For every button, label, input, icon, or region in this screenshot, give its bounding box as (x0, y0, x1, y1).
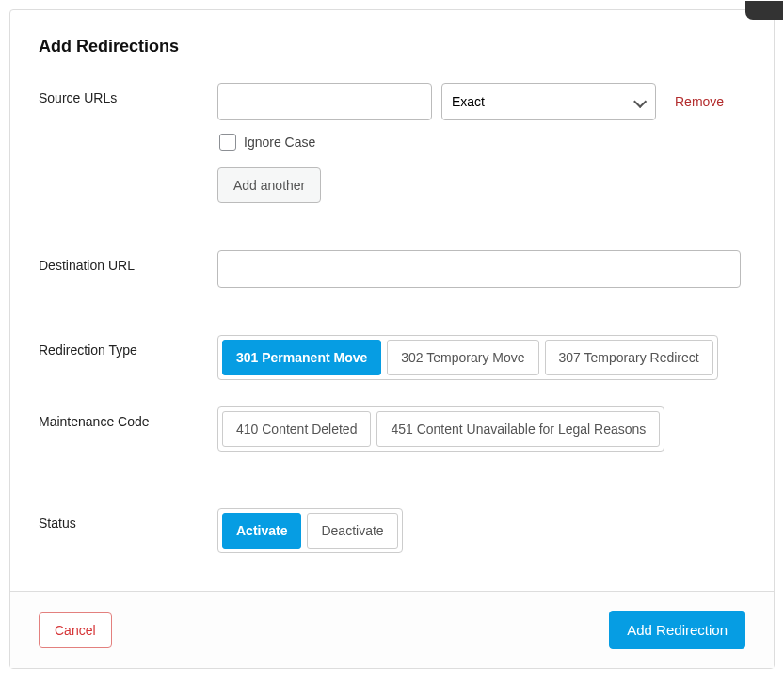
cancel-button[interactable]: Cancel (39, 612, 112, 648)
destination-url-row: Destination URL (39, 250, 745, 288)
redirection-type-controls: 301 Permanent Move 302 Temporary Move 30… (217, 335, 745, 380)
card-body: Add Redirections Source URLs Exact Remov… (10, 10, 774, 591)
maintenance-code-group: 410 Content Deleted 451 Content Unavaila… (217, 406, 664, 452)
ignore-case-label[interactable]: Ignore Case (244, 135, 315, 150)
activate-button[interactable]: Activate (222, 513, 301, 549)
card-footer: Cancel Add Redirection (10, 591, 774, 668)
source-url-line: Exact Remove (217, 83, 745, 120)
code-451-button[interactable]: 451 Content Unavailable for Legal Reason… (376, 411, 660, 447)
ignore-case-row: Ignore Case (217, 134, 745, 151)
redirect-307-button[interactable]: 307 Temporary Redirect (545, 340, 713, 375)
redirect-302-button[interactable]: 302 Temporary Move (387, 340, 538, 375)
redirection-form-card: Add Redirections Source URLs Exact Remov… (9, 9, 775, 669)
destination-url-label: Destination URL (39, 250, 217, 273)
ignore-case-checkbox[interactable] (219, 134, 236, 151)
redirect-301-button[interactable]: 301 Permanent Move (222, 340, 381, 375)
add-redirection-button[interactable]: Add Redirection (609, 611, 745, 649)
redirection-type-group: 301 Permanent Move 302 Temporary Move 30… (217, 335, 718, 380)
redirection-type-row: Redirection Type 301 Permanent Move 302 … (39, 335, 745, 380)
remove-source-link[interactable]: Remove (675, 94, 724, 109)
status-row: Status Activate Deactivate (39, 508, 745, 553)
match-type-select[interactable]: Exact (441, 83, 656, 120)
source-urls-row: Source URLs Exact Remove Ignore Case Add… (39, 83, 745, 203)
maintenance-code-controls: 410 Content Deleted 451 Content Unavaila… (217, 406, 745, 452)
code-410-button[interactable]: 410 Content Deleted (222, 411, 371, 447)
match-type-select-wrap: Exact (441, 83, 656, 120)
status-label: Status (39, 508, 217, 531)
maintenance-code-row: Maintenance Code 410 Content Deleted 451… (39, 406, 745, 452)
source-urls-controls: Exact Remove Ignore Case Add another (217, 83, 745, 203)
source-url-input[interactable] (217, 83, 432, 120)
page-title: Add Redirections (39, 37, 745, 56)
maintenance-code-label: Maintenance Code (39, 406, 217, 429)
destination-url-controls (217, 250, 745, 288)
add-another-button[interactable]: Add another (217, 167, 321, 203)
status-controls: Activate Deactivate (217, 508, 745, 553)
redirection-type-label: Redirection Type (39, 335, 217, 358)
deactivate-button[interactable]: Deactivate (307, 513, 397, 549)
destination-url-input[interactable] (217, 250, 741, 288)
status-group: Activate Deactivate (217, 508, 403, 553)
corner-decoration (745, 1, 783, 20)
source-urls-label: Source URLs (39, 83, 217, 105)
